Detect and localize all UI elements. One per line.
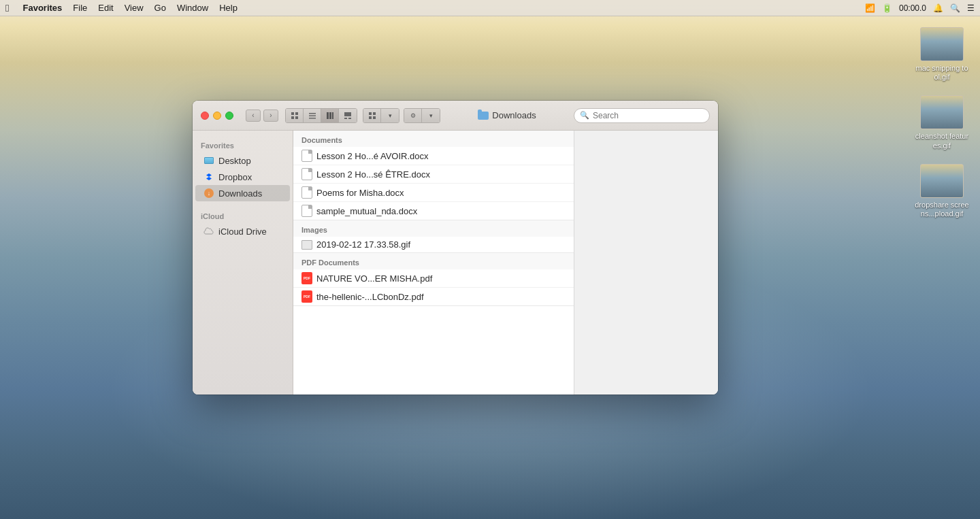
pdf-header: PDF Documents	[293, 253, 574, 269]
sidebar-item-dropbox[interactable]: Dropbox	[195, 169, 290, 185]
file-item[interactable]: Poems for Misha.docx	[293, 184, 574, 202]
preview-panel	[574, 131, 718, 395]
pdf-icon: PDF	[301, 290, 312, 303]
svg-rect-11	[344, 118, 347, 119]
file-item[interactable]: PDF NATURE VO...ER MISHA.pdf	[293, 269, 574, 288]
svg-rect-6	[309, 118, 316, 119]
menubar-control-center-icon[interactable]: ☰	[967, 3, 975, 13]
svg-rect-10	[344, 112, 351, 116]
doc-icon	[301, 168, 312, 180]
forward-button[interactable]: ›	[263, 110, 278, 122]
gallery-view-button[interactable]	[339, 109, 357, 122]
file-item[interactable]: 2019-02-12 17.33.58.gif	[293, 237, 574, 252]
menu-view[interactable]: View	[125, 3, 144, 13]
search-icon: 🔍	[580, 111, 589, 120]
pdf-group: PDF Documents PDF NATURE VO...ER MISHA.p…	[293, 253, 574, 306]
titlebar: ‹ › ▾	[193, 101, 718, 131]
file-name: 2019-02-12 17.33.58.gif	[316, 239, 410, 250]
file-name: Poems for Misha.docx	[316, 188, 404, 198]
menubar-battery-icon: 🔋	[882, 3, 892, 13]
desktop-icon-label-2: cleanshot features.gif	[915, 132, 969, 150]
close-button[interactable]	[201, 112, 209, 120]
menu-file[interactable]: File	[73, 3, 87, 13]
apple-menu[interactable]: 	[5, 2, 9, 14]
svg-rect-8	[329, 112, 331, 119]
action-dropdown-button[interactable]: ▾	[422, 109, 440, 122]
back-button[interactable]: ‹	[246, 110, 261, 122]
dropbox-icon	[203, 171, 214, 182]
menu-help[interactable]: Help	[219, 3, 238, 13]
action-settings-button[interactable]: ⚙	[404, 109, 422, 122]
sidebar-desktop-label: Desktop	[218, 156, 251, 166]
svg-rect-1	[295, 112, 298, 115]
favorites-label: Favorites	[193, 139, 293, 152]
documents-group: Documents Lesson 2 Ho...é AVOIR.docx Les…	[293, 131, 574, 220]
navigation-buttons: ‹ ›	[246, 110, 278, 122]
desktop-icon-thumb-3	[920, 164, 964, 198]
svg-rect-7	[327, 112, 329, 119]
folder-icon	[478, 112, 489, 120]
icon-view-button[interactable]	[286, 109, 304, 122]
arrange-button[interactable]	[363, 109, 381, 122]
svg-rect-12	[348, 118, 351, 119]
desktop-icon-2[interactable]: cleanshot features.gif	[915, 95, 969, 150]
desktop-icon-1[interactable]: mac snipping tool.gif	[915, 27, 969, 82]
doc-icon	[301, 150, 312, 162]
window-title: Downloads	[447, 110, 567, 120]
menubar-notification-icon[interactable]: 🔔	[933, 3, 943, 13]
doc-icon	[301, 186, 312, 199]
column-view-button[interactable]	[321, 109, 339, 122]
menubar:  Favorites File Edit View Go Window Hel…	[0, 0, 980, 16]
window-body: Favorites Desktop Dropbox ↓	[193, 131, 718, 395]
sidebar-item-desktop[interactable]: Desktop	[195, 152, 290, 169]
file-name: NATURE VO...ER MISHA.pdf	[316, 273, 432, 284]
svg-marker-17	[206, 173, 212, 180]
svg-rect-16	[373, 116, 376, 119]
desktop-icon-label-1: mac snipping tool.gif	[915, 64, 969, 82]
file-item[interactable]: PDF the-hellenic-...LCbonDz.pdf	[293, 288, 574, 305]
file-list: Documents Lesson 2 Ho...é AVOIR.docx Les…	[293, 131, 574, 395]
sidebar-item-icloud[interactable]: iCloud Drive	[195, 223, 290, 239]
images-group: Images 2019-02-12 17.33.58.gif	[293, 220, 574, 253]
doc-icon	[301, 205, 312, 217]
pdf-icon: PDF	[301, 272, 312, 284]
svg-rect-4	[309, 113, 316, 114]
sidebar-icloud-label: iCloud Drive	[218, 227, 267, 237]
file-name: Lesson 2 Ho...é AVOIR.docx	[316, 151, 429, 161]
svg-rect-5	[309, 115, 316, 116]
sidebar-downloads-label: Downloads	[218, 188, 262, 199]
file-item[interactable]: Lesson 2 Ho...é AVOIR.docx	[293, 147, 574, 165]
svg-rect-14	[373, 112, 376, 115]
list-view-button[interactable]	[304, 109, 321, 122]
images-header: Images	[293, 220, 574, 237]
maximize-button[interactable]	[225, 112, 233, 120]
file-name: the-hellenic-...LCbonDz.pdf	[316, 292, 424, 302]
svg-rect-13	[369, 112, 372, 115]
desktop-icons: mac snipping tool.gif cleanshot features…	[915, 27, 969, 218]
downloads-icon: ↓	[203, 188, 214, 199]
file-name: Lesson 2 Ho...sé ÊTRE.docx	[316, 169, 430, 180]
svg-rect-2	[291, 116, 294, 119]
menubar-wifi-icon[interactable]: 📶	[865, 3, 875, 13]
menu-finder[interactable]: Favorites	[22, 3, 62, 13]
menu-edit[interactable]: Edit	[98, 3, 113, 13]
menu-go[interactable]: Go	[154, 3, 166, 13]
minimize-button[interactable]	[213, 112, 221, 120]
desktop-icon-3[interactable]: dropshare screens...pload.gif	[915, 164, 969, 218]
menubar-time: 00:00.0	[899, 3, 926, 13]
svg-rect-9	[332, 112, 333, 119]
file-item[interactable]: Lesson 2 Ho...sé ÊTRE.docx	[293, 165, 574, 184]
file-name: sample_mutual_nda.docx	[316, 206, 417, 216]
file-item[interactable]: sample_mutual_nda.docx	[293, 202, 574, 220]
search-input[interactable]	[593, 111, 704, 120]
action-button-group: ⚙ ▾	[404, 108, 440, 123]
menubar-search-icon[interactable]: 🔍	[950, 3, 960, 13]
icloud-drive-icon	[203, 226, 214, 237]
menu-window[interactable]: Window	[177, 3, 208, 13]
arrange-dropdown-button[interactable]: ▾	[381, 109, 399, 122]
search-bar[interactable]: 🔍	[574, 108, 710, 123]
svg-rect-3	[295, 116, 298, 119]
gif-icon	[301, 240, 312, 250]
sidebar-item-downloads[interactable]: ↓ Downloads	[195, 185, 290, 201]
view-buttons: ▾ ⚙ ▾	[285, 108, 440, 123]
